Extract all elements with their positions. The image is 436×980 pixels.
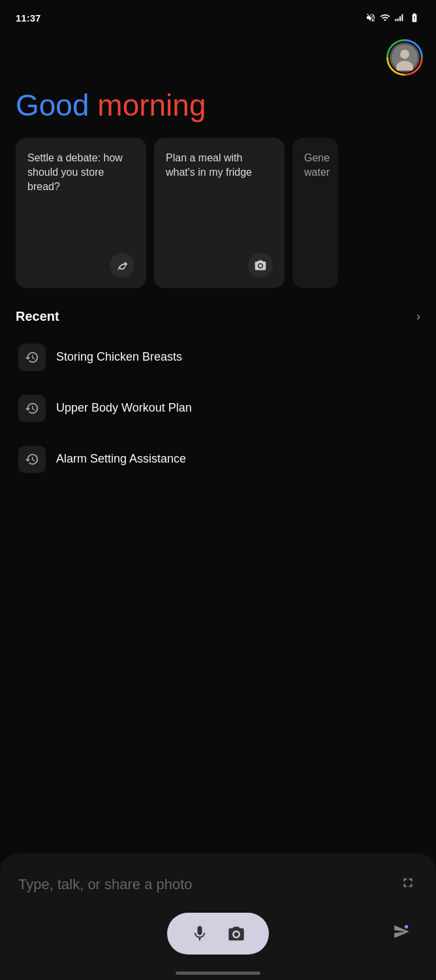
scale-icon bbox=[116, 259, 129, 272]
camera-icon bbox=[227, 924, 245, 943]
card-text-3: Gene water bbox=[304, 151, 326, 180]
battery-icon bbox=[409, 12, 420, 23]
recent-title: Recent bbox=[16, 309, 59, 324]
expand-icon[interactable] bbox=[398, 873, 418, 896]
recent-section: Recent › Storing Chicken Breasts Upper B… bbox=[0, 288, 436, 485]
svg-point-3 bbox=[405, 925, 408, 928]
recent-item-label-2: Upper Body Workout Plan bbox=[56, 401, 192, 415]
input-row[interactable]: Type, talk, or share a photo bbox=[13, 866, 423, 900]
recent-item-label-3: Alarm Setting Assistance bbox=[56, 452, 186, 466]
history-icon-3 bbox=[25, 452, 39, 466]
send-icon bbox=[393, 923, 410, 940]
card-text-2: Plan a meal with what's in my fridge bbox=[166, 151, 273, 180]
recent-item-1[interactable]: Storing Chicken Breasts bbox=[16, 332, 420, 383]
recent-icon-box-3 bbox=[18, 446, 46, 473]
send-button[interactable] bbox=[393, 923, 410, 944]
card-text-1: Settle a debate: how should you store br… bbox=[27, 151, 134, 195]
status-bar: 11:37 bbox=[0, 0, 436, 33]
svg-point-1 bbox=[400, 50, 409, 59]
mic-camera-button[interactable] bbox=[167, 913, 269, 955]
signal-icon bbox=[394, 12, 405, 23]
fridge-icon bbox=[254, 259, 267, 272]
mute-icon bbox=[366, 12, 376, 23]
status-time: 11:37 bbox=[16, 12, 40, 24]
avatar[interactable] bbox=[388, 41, 421, 74]
greeting-text: Good morning bbox=[16, 89, 420, 122]
greeting-morning: morning bbox=[89, 88, 206, 122]
recent-item-label-1: Storing Chicken Breasts bbox=[56, 350, 182, 364]
profile-section bbox=[0, 33, 436, 76]
recent-icon-box-1 bbox=[18, 344, 46, 371]
history-icon-1 bbox=[25, 350, 39, 365]
avatar-image bbox=[392, 44, 418, 71]
microphone-icon bbox=[191, 924, 209, 943]
recent-item-2[interactable]: Upper Body Workout Plan bbox=[16, 383, 420, 434]
greeting-good: Good bbox=[16, 88, 89, 122]
input-placeholder[interactable]: Type, talk, or share a photo bbox=[18, 876, 398, 893]
suggestion-card-3[interactable]: Gene water bbox=[292, 138, 338, 288]
recent-icon-box-2 bbox=[18, 395, 46, 422]
wifi-icon bbox=[380, 12, 390, 23]
bottom-actions bbox=[13, 900, 423, 965]
recent-item-3[interactable]: Alarm Setting Assistance bbox=[16, 434, 420, 485]
status-icons bbox=[366, 12, 420, 23]
bottom-area: Type, talk, or share a photo bbox=[0, 853, 436, 980]
home-indicator bbox=[176, 972, 260, 975]
recent-header: Recent › bbox=[16, 309, 420, 324]
cards-container: Settle a debate: how should you store br… bbox=[0, 138, 436, 288]
history-icon-2 bbox=[25, 401, 39, 416]
recent-arrow[interactable]: › bbox=[416, 310, 420, 323]
greeting: Good morning bbox=[0, 76, 436, 138]
suggestion-card-2[interactable]: Plan a meal with what's in my fridge bbox=[154, 138, 285, 288]
card-icon-1 bbox=[110, 253, 134, 278]
avatar-ring[interactable] bbox=[386, 39, 423, 76]
card-icon-2 bbox=[248, 253, 273, 278]
suggestion-card-1[interactable]: Settle a debate: how should you store br… bbox=[16, 138, 146, 288]
